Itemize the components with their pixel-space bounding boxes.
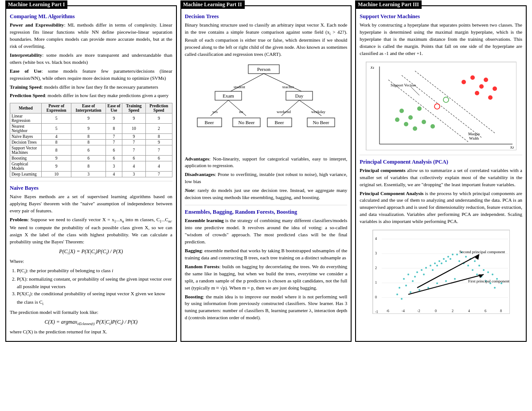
table-value-cell: 8 [145,134,172,140]
svg-point-87 [438,260,440,262]
table-method-cell: Nearest Neighbor [10,124,42,134]
table-value-cell: 4 [106,172,122,177]
svg-text:4: 4 [468,309,470,313]
comparing-p1: Power and Expressibility: ML methods dif… [10,22,172,50]
svg-text:Day: Day [295,93,304,98]
table-value-cell: 6 [145,156,172,161]
svg-point-102 [474,260,476,262]
table-value-cell: 8 [71,140,106,145]
col-use: Ease of Use [106,103,122,114]
svg-text:teacher: teacher [282,85,294,89]
svg-point-117 [419,289,420,291]
table-value-cell: 9 [42,161,71,172]
svg-text:-1: -1 [375,310,378,314]
svg-text:Width: Width [469,136,479,141]
svg-point-43 [493,86,497,91]
svg-point-108 [487,271,489,273]
naive-bayes-title: Naive Bayes [10,185,172,192]
svg-line-11 [228,100,246,116]
comparing-p5: Prediction Speed: models differ in how f… [10,92,172,99]
table-value-cell: 10 [122,124,145,134]
svg-point-82 [414,276,416,278]
svg-text:x₁: x₁ [370,65,374,70]
svg-text:4: 4 [375,237,377,241]
svg-point-119 [436,282,438,284]
svg-point-47 [417,106,422,111]
cx-formula: C(X) = argmaxi∈classes(t) P(X|Ci)P(Ci) /… [10,319,172,326]
dt-intro: Binary branching structure used to class… [185,22,348,58]
bayes-list: P(Ci): the prior probability of belongin… [17,267,172,307]
svg-text:Second principal component: Second principal component [459,250,505,254]
svg-text:0: 0 [375,295,377,299]
svg-text:Margin: Margin [468,132,480,136]
table-value-cell: 8 [71,161,106,172]
svg-text:0: 0 [435,309,437,313]
svg-rect-55 [373,230,510,314]
svg-point-99 [458,260,460,262]
naive-bayes-conclusion: where C(X) is the prediction returned fo… [10,329,172,336]
svg-point-81 [421,269,422,271]
tree-svg: Person student teacher Exam Day yes [195,63,337,151]
svg-point-95 [456,254,458,255]
svg-point-44 [488,95,493,100]
page-container: Machine Learning Part I Comparing ML Alg… [0,0,532,347]
column-3: Machine Learning Part III Support Vector… [355,5,527,342]
svg-point-39 [470,75,475,80]
svg-text:Beer: Beer [205,120,214,125]
bayes-item-3: P(X|Ci): the conditional probability of … [17,290,172,307]
table-value-cell: 7 [106,140,122,145]
svg-point-115 [494,287,496,289]
table-method-cell: Support Vector Machines [10,145,42,156]
svg-point-42 [484,78,488,82]
table-value-cell: 9 [42,156,71,161]
table-method-cell: Boosting [10,156,42,161]
bayes-item-1: P(Ci): the prior probability of belongin… [17,267,172,275]
svg-point-88 [432,269,434,271]
svg-text:-2: -2 [417,309,420,313]
svg-text:student: student [234,85,245,89]
svm-chart-container: x₁ x₂ Support Vectors Margin Width [360,62,522,150]
svg-point-123 [401,298,403,300]
svg-text:8: 8 [500,309,502,313]
svg-point-90 [436,265,438,266]
svg-text:1: 1 [375,281,377,285]
svg-point-96 [450,258,451,260]
table-method-cell: Graphical Models [10,161,42,172]
svg-point-91 [447,256,449,258]
table-value-cell: 9 [122,134,145,140]
algo-comparison-table: Method Power of Expression Ease of Inter… [10,103,172,177]
table-value-cell: 9 [122,114,145,124]
col-pred: Prediction Speed [145,103,172,114]
table-value-cell: 8 [42,140,71,145]
svg-point-45 [399,109,404,113]
svg-point-83 [425,267,427,269]
table-method-cell: Decision Trees [10,140,42,145]
table-method-cell: Linear Regression [10,114,42,124]
table-value-cell: 6 [71,145,106,156]
svg-text:x₂: x₂ [510,145,514,149]
svg-text:no: no [239,110,244,114]
svg-point-92 [441,262,442,264]
column-2-header: Machine Learning Part II [180,0,245,9]
col-method: Method [10,103,42,114]
table-method-cell: Deep Learning [10,172,42,177]
table-value-cell: 3 [122,172,145,177]
svg-point-110 [492,274,493,275]
table-value-cell: 4 [145,161,172,172]
table-value-cell: 7 [106,134,122,140]
svg-point-75 [399,287,400,289]
bayes-item-2: P(X): normalizing constant, or probabili… [17,275,172,290]
table-method-cell: Naive Bayes [10,134,42,140]
pca-svg: 4 3 2 1 0 -1 -6 -4 -2 0 2 4 6 8 [372,230,510,314]
svg-point-122 [396,294,398,295]
col-3-content: Support Vector Machines Work by construc… [360,13,522,314]
svg-text:-6: -6 [386,309,389,313]
bagging-text: Bagging: ensemble method that works by t… [185,247,348,262]
svg-point-93 [452,254,454,255]
svg-point-118 [427,287,429,289]
table-value-cell: 9 [71,124,106,134]
table-value-cell: 7 [122,140,145,145]
table-value-cell: 3 [71,172,106,177]
table-value-cell: 5 [42,124,71,134]
svg-point-98 [465,256,467,258]
